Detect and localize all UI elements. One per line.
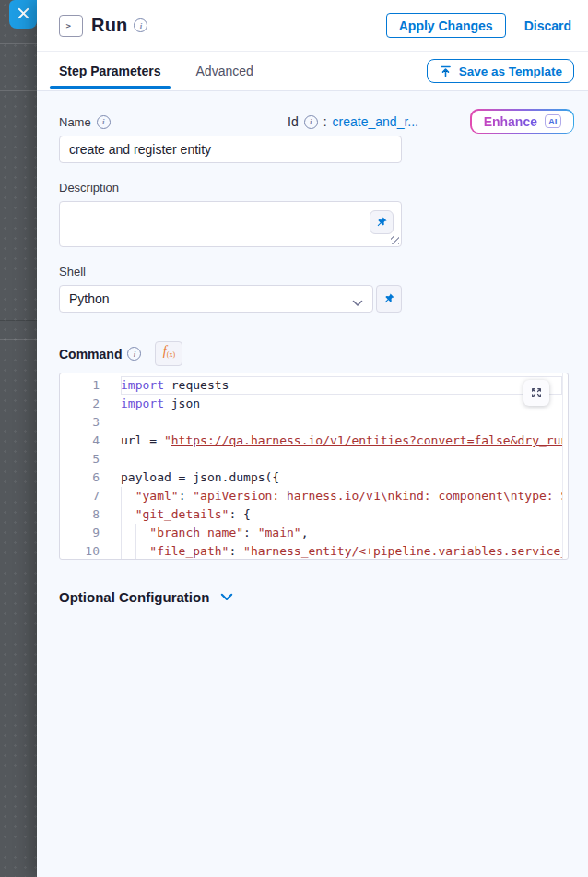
optional-configuration-label: Optional Configuration: [59, 589, 209, 605]
canvas-divider: [0, 43, 37, 44]
shell-select[interactable]: Python: [59, 285, 373, 313]
name-info-icon[interactable]: i: [97, 115, 111, 129]
id-value: create_and_r...: [333, 114, 418, 129]
description-pin-button[interactable]: [370, 210, 394, 234]
expand-icon: [530, 386, 543, 399]
line-number: 10: [60, 542, 121, 560]
save-as-template-label: Save as Template: [459, 65, 562, 78]
line-number: 5: [60, 450, 121, 468]
line-number: 2: [60, 395, 121, 413]
command-block: Command i f (x) 1import requests2import …: [59, 341, 569, 560]
close-icon: [18, 7, 29, 22]
chevron-down-icon: [220, 593, 233, 601]
enhance-label: Enhance: [484, 114, 537, 129]
canvas-divider: [0, 90, 37, 91]
run-step-terminal-icon: >_: [59, 15, 83, 37]
code-line-9[interactable]: 9 "branch_name": "main",: [60, 524, 568, 542]
name-label-group: Name i: [59, 115, 111, 129]
line-number: 9: [60, 524, 121, 542]
canvas-divider: [0, 339, 37, 340]
code-line-8[interactable]: 8 "git_details": {: [60, 505, 568, 524]
id-label: Id: [288, 114, 299, 129]
description-block: Description: [59, 181, 569, 247]
code-line-1[interactable]: 1import requests: [60, 376, 568, 395]
canvas-divider: [0, 320, 37, 321]
description-label: Description: [59, 181, 569, 195]
command-code-editor[interactable]: 1import requests2import json34url = "htt…: [59, 373, 569, 560]
line-number: 7: [60, 487, 121, 505]
name-id-row: Name i Id i : create_and_r...: [59, 114, 418, 129]
tab-step-parameters[interactable]: Step Parameters: [59, 52, 161, 90]
command-label: Command: [59, 347, 122, 361]
id-separator: :: [323, 114, 327, 129]
line-number: 4: [60, 432, 121, 450]
expression-fx-button[interactable]: f (x): [155, 341, 182, 366]
discard-button[interactable]: Discard: [524, 18, 571, 33]
name-input[interactable]: [59, 136, 402, 163]
code-line-10[interactable]: 10 "file_path": "harness_entity/<+pipeli…: [60, 542, 568, 560]
save-as-template-icon: [439, 65, 453, 78]
command-label-group: Command i: [59, 347, 141, 361]
code-rows: 1import requests2import json34url = "htt…: [60, 373, 568, 560]
editor-fullscreen-button[interactable]: [523, 380, 549, 406]
pushpin-icon: [382, 292, 395, 305]
drawer-header: >_ Run i Apply Changes Discard: [37, 0, 588, 52]
step-title-info-icon[interactable]: i: [134, 18, 147, 32]
step-title: Run: [91, 15, 127, 36]
enhance-ai-button[interactable]: Enhance AI: [470, 109, 574, 134]
code-line-2[interactable]: 2import json: [60, 395, 568, 413]
textarea-resize-handle[interactable]: [391, 236, 399, 244]
code-line-6[interactable]: 6payload = json.dumps({: [60, 468, 568, 487]
code-line-5[interactable]: 5: [60, 450, 568, 468]
step-id-group: Id i : create_and_r...: [288, 114, 418, 129]
step-parameters-form: Enhance AI Name i Id i : create_and_r...: [37, 91, 588, 877]
pipeline-canvas-backdrop: [0, 0, 37, 877]
description-textarea[interactable]: [59, 201, 402, 247]
shell-selected-value: Python: [69, 291, 110, 306]
drawer-tab-bar: Step Parameters Advanced Save as Templat…: [37, 52, 588, 91]
optional-configuration-toggle[interactable]: Optional Configuration: [59, 589, 569, 605]
step-config-drawer: >_ Run i Apply Changes Discard Step Para…: [37, 0, 588, 877]
code-line-7[interactable]: 7 "yaml": "apiVersion: harness.io/v1\nki…: [60, 487, 568, 505]
shell-label: Shell: [59, 265, 569, 279]
shell-block: Shell Python: [59, 265, 569, 313]
step-config-drawer-screen: >_ Run i Apply Changes Discard Step Para…: [0, 0, 588, 877]
tab-advanced[interactable]: Advanced: [196, 52, 253, 90]
save-as-template-button[interactable]: Save as Template: [427, 59, 574, 83]
line-number: 3: [60, 413, 121, 432]
line-number: 8: [60, 505, 121, 524]
apply-changes-button[interactable]: Apply Changes: [386, 13, 506, 38]
close-drawer-button[interactable]: [9, 0, 37, 29]
code-line-3[interactable]: 3: [60, 413, 568, 432]
header-actions: Apply Changes Discard: [386, 13, 571, 38]
name-label: Name: [59, 115, 91, 129]
chevron-down-icon: [352, 295, 363, 310]
line-number: 6: [60, 468, 121, 487]
editor-scrollbar-track[interactable]: [562, 373, 563, 559]
pushpin-icon: [375, 216, 388, 229]
line-number: 1: [60, 376, 121, 395]
shell-pin-button[interactable]: [376, 285, 402, 313]
command-info-icon[interactable]: i: [127, 347, 141, 361]
ai-badge: AI: [545, 114, 561, 128]
id-info-icon[interactable]: i: [304, 115, 318, 129]
code-line-4[interactable]: 4url = "https://qa.harness.io/v1/entitie…: [60, 432, 568, 450]
